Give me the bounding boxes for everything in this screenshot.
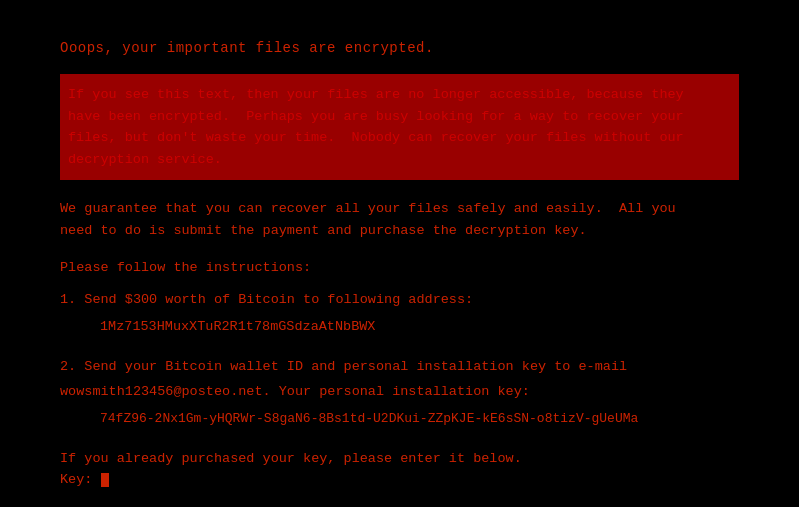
ransomware-screen: Ooops, your important files are encrypte…	[0, 0, 799, 507]
instructions-header: Please follow the instructions:	[60, 260, 739, 275]
guarantee-paragraph: We guarantee that you can recover all yo…	[60, 198, 739, 241]
guarantee-text: We guarantee that you can recover all yo…	[60, 201, 676, 238]
main-title: Ooops, your important files are encrypte…	[60, 40, 739, 56]
step-2: 2. Send your Bitcoin wallet ID and perso…	[60, 356, 739, 430]
key-prompt-line2[interactable]: Key:	[60, 469, 739, 491]
highlight-box: If you see this text, then your files ar…	[60, 74, 739, 180]
key-label: Key:	[60, 472, 101, 487]
personal-key: 74fZ96-2Nx1Gm-yHQRWr-S8gaN6-8Bs1td-U2DKu…	[60, 409, 739, 430]
key-prompt-line1: If you already purchased your key, pleas…	[60, 448, 739, 470]
cursor-icon	[101, 473, 109, 487]
step2-email: wowsmith123456@posteo.net. Your personal…	[60, 381, 739, 403]
footer-section: If you already purchased your key, pleas…	[60, 448, 739, 491]
step1-label: 1. Send $300 worth of Bitcoin to followi…	[60, 289, 739, 311]
step2-label: 2. Send your Bitcoin wallet ID and perso…	[60, 356, 739, 378]
step-1: 1. Send $300 worth of Bitcoin to followi…	[60, 289, 739, 338]
highlight-text: If you see this text, then your files ar…	[68, 87, 684, 167]
bitcoin-address: 1Mz7153HMuxXTuR2R1t78mGSdzaAtNbBWX	[60, 316, 739, 338]
